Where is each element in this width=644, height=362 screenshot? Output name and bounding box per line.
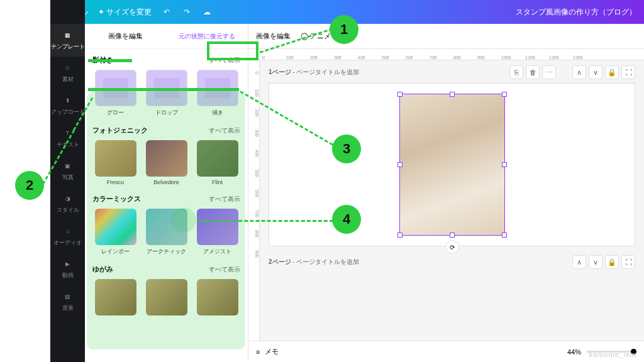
- cloud-icon[interactable]: ☁: [202, 7, 212, 17]
- zoom-value[interactable]: 44%: [567, 348, 581, 356]
- page-1[interactable]: ⟳: [269, 83, 635, 246]
- sidebar-item-audio[interactable]: ♫オーディオ: [50, 220, 85, 253]
- resize-button[interactable]: ✦ サイズを変更: [98, 7, 152, 18]
- annotation-4: 4: [332, 205, 361, 234]
- page2-down-icon[interactable]: ∨: [589, 255, 602, 269]
- watermark: kamome_ism: [589, 351, 636, 358]
- memo-icon[interactable]: ≡: [256, 348, 260, 356]
- sidebar-item-background[interactable]: ▨背景: [50, 285, 85, 318]
- memo-label[interactable]: メモ: [265, 347, 279, 356]
- annotation-2: 2: [15, 171, 44, 200]
- page2-up-icon[interactable]: ∧: [572, 255, 586, 269]
- sidebar-item-style[interactable]: ◑スタイル: [50, 187, 85, 220]
- page-lock-icon[interactable]: 🔒: [605, 65, 619, 79]
- left-sidebar: ▦テンプレート ◇素材 ⬆アップロード Tテキスト ▣写真 ◑スタイル ♫オーデ…: [50, 0, 85, 362]
- sidebar-item-video[interactable]: ▶動画: [50, 253, 85, 285]
- underline-shadow: [88, 88, 239, 91]
- style-icon: ◑: [62, 193, 74, 204]
- document-title: スタンプ風画像の作り方（ブログ）: [516, 7, 636, 18]
- sidebar-item-template[interactable]: ▦テンプレート: [50, 24, 85, 57]
- undo-icon[interactable]: ↶: [162, 7, 172, 17]
- tab-restore[interactable]: 元の状態に復元する: [167, 24, 248, 48]
- page-2-header: 2ページ - ページタイトルを追加 ∧ ∨ 🔒 ⛶: [269, 255, 635, 269]
- bottom-bar: ≡ メモ 44%: [248, 341, 644, 362]
- page-expand-icon[interactable]: ⛶: [621, 65, 635, 79]
- page-delete-icon[interactable]: 🗑: [526, 65, 540, 79]
- softlight-circle: [171, 207, 196, 233]
- elements-icon: ◇: [62, 62, 74, 74]
- page-duplicate-icon[interactable]: ⎘: [509, 65, 523, 79]
- sidebar-item-elements[interactable]: ◇素材: [50, 57, 85, 89]
- template-icon: ▦: [62, 30, 74, 41]
- annotation-3: 3: [332, 134, 361, 163]
- toolbar-edit-image[interactable]: 画像を編集: [256, 31, 291, 41]
- sync-icon[interactable]: ⟳: [445, 240, 459, 254]
- redo-icon[interactable]: ↷: [182, 7, 192, 17]
- canvas-area: 画像を編集 ◯ アニメート 01002003004005006007008009…: [248, 24, 644, 362]
- background-icon: ▨: [62, 291, 74, 302]
- page-more-icon[interactable]: ⋯: [542, 65, 556, 79]
- section-shadow-viewall[interactable]: すべて表示: [209, 56, 240, 65]
- photo-icon: ▣: [62, 160, 74, 172]
- page2-lock-icon[interactable]: 🔒: [605, 255, 619, 269]
- video-icon: ▶: [62, 258, 74, 270]
- page-down-icon[interactable]: ∨: [589, 65, 602, 79]
- audio-icon: ♫: [62, 226, 74, 237]
- underline-tab: [88, 59, 132, 62]
- selected-image[interactable]: [399, 94, 505, 236]
- tab-edit-image[interactable]: 画像を編集: [85, 24, 167, 48]
- dash-4: [199, 220, 333, 222]
- page-1-header: 1ページ - ページタイトルを追加 ⎘ 🗑 ⋯ ∧ ∨ 🔒 ⛶: [269, 65, 635, 79]
- page2-expand-icon[interactable]: ⛶: [621, 255, 635, 269]
- upload-icon: ⬆: [62, 95, 74, 106]
- ruler-horizontal: 0100200300400500600700800900100011001200…: [248, 49, 644, 60]
- page-up-icon[interactable]: ∧: [572, 65, 586, 79]
- annotation-1: 1: [330, 15, 358, 44]
